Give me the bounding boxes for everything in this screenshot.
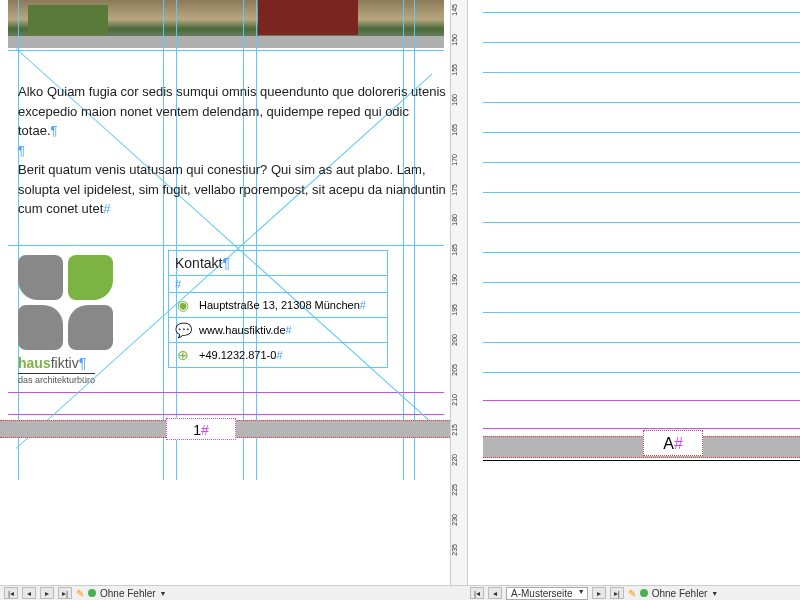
ruler-tick: 225 [451, 484, 467, 496]
last-page-button[interactable]: ▸| [58, 587, 72, 599]
logo-frame[interactable]: hausfiktiv¶ das architekturbüro [18, 255, 153, 385]
logo-tagline: das architekturbüro [18, 373, 95, 385]
chat-icon: 💬 [175, 322, 191, 338]
logo-text-accent: haus [18, 355, 51, 371]
address-text: Hauptstraße 13, 21308 München [199, 299, 360, 311]
prev-page-button[interactable]: ◂ [488, 587, 502, 599]
row-guide[interactable] [483, 372, 800, 373]
row-guide[interactable] [8, 50, 444, 51]
preflight-status[interactable]: Ohne Fehler [100, 588, 156, 599]
ruler-tick: 220 [451, 454, 467, 466]
margin-guide[interactable] [8, 392, 444, 393]
ruler-tick: 170 [451, 154, 467, 166]
last-page-button[interactable]: ▸| [610, 587, 624, 599]
logo-shape [68, 305, 113, 350]
row-guide[interactable] [483, 192, 800, 193]
ruler-tick: 195 [451, 304, 467, 316]
column-guide[interactable] [18, 0, 19, 480]
page-spread-left: Alko Quiam fugia cor sedis sumqui omnis … [8, 0, 444, 480]
pencil-icon: ✎ [76, 588, 84, 599]
column-guide[interactable] [243, 0, 244, 480]
web-text: www.hausfiktiv.de [199, 324, 286, 336]
next-page-button[interactable]: ▸ [40, 587, 54, 599]
logo-shape [18, 305, 63, 350]
ruler-tick: 200 [451, 334, 467, 346]
right-document-panel[interactable]: A# [468, 0, 800, 585]
page-dropdown-label: A-Musterseite [511, 588, 573, 599]
end-mark-icon: # [286, 324, 292, 336]
paragraph-text: Alko Quiam fugia cor sedis sumqui omnis … [18, 84, 446, 138]
chevron-down-icon[interactable]: ▼ [160, 590, 167, 597]
row-guide[interactable] [483, 162, 800, 163]
ruler-tick: 150 [451, 34, 467, 46]
row-guide[interactable] [483, 72, 800, 73]
prev-page-button[interactable]: ◂ [22, 587, 36, 599]
logo-text: fiktiv [51, 355, 79, 371]
end-mark-icon: # [201, 422, 209, 438]
end-mark-icon: # [674, 435, 683, 452]
margin-guide[interactable] [8, 414, 444, 415]
page-number: 1 [193, 422, 201, 438]
phone-text: +49.1232.871-0 [199, 349, 276, 361]
workspace: Alko Quiam fugia cor sedis sumqui omnis … [0, 0, 800, 585]
column-guide[interactable] [163, 0, 164, 480]
row-guide[interactable] [483, 342, 800, 343]
ruler-tick: 230 [451, 514, 467, 526]
ruler-tick: 235 [451, 544, 467, 556]
row-guide[interactable] [483, 282, 800, 283]
ruler-tick: 175 [451, 184, 467, 196]
status-ok-icon [640, 589, 648, 597]
ruler-tick: 210 [451, 394, 467, 406]
body-text-frame[interactable]: Alko Quiam fugia cor sedis sumqui omnis … [18, 82, 448, 219]
status-bar: |◂ ◂ ▸ ▸| ✎ Ohne Fehler ▼ |◂ ◂ A-Musters… [0, 585, 800, 600]
ruler-tick: 155 [451, 64, 467, 76]
row-guide[interactable] [483, 12, 800, 13]
status-ok-icon [88, 589, 96, 597]
page-number-frame[interactable]: 1# [166, 418, 236, 440]
page-marker: A [663, 435, 674, 452]
row-guide[interactable] [483, 312, 800, 313]
contact-row: ⊕ +49.1232.871-0# [169, 343, 387, 367]
empty-cell: # [169, 276, 387, 293]
row-guide[interactable] [483, 102, 800, 103]
pilcrow-icon: ¶ [51, 123, 58, 138]
first-page-button[interactable]: |◂ [470, 587, 484, 599]
page-dropdown[interactable]: A-Musterseite [506, 587, 588, 600]
end-mark-icon: # [360, 299, 366, 311]
column-guide[interactable] [176, 0, 177, 480]
row-guide[interactable] [8, 245, 444, 246]
contact-table[interactable]: Kontakt¶ # ◉ Hauptstraße 13, 21308 Münch… [168, 250, 388, 368]
logo-wordmark: hausfiktiv¶ [18, 355, 86, 371]
pilcrow-icon: ¶ [222, 255, 230, 271]
margin-guide[interactable] [483, 400, 800, 401]
margin-guide[interactable] [483, 428, 800, 429]
page-nav-right: |◂ ◂ A-Musterseite ▸ ▸| ✎ Ohne Fehler ▼ [470, 587, 718, 600]
ruler-tick: 190 [451, 274, 467, 286]
overset-icon: # [103, 201, 110, 216]
next-page-button[interactable]: ▸ [592, 587, 606, 599]
column-guide[interactable] [256, 0, 257, 480]
chevron-down-icon[interactable]: ▼ [711, 590, 718, 597]
row-guide[interactable] [483, 252, 800, 253]
row-guide[interactable] [483, 42, 800, 43]
row-guide[interactable] [483, 222, 800, 223]
pilcrow-icon: ¶ [18, 143, 25, 158]
page-edge [483, 460, 800, 461]
image-detail [258, 0, 358, 35]
column-guide[interactable] [403, 0, 404, 480]
map-pin-icon: ◉ [175, 297, 191, 313]
left-document-panel[interactable]: Alko Quiam fugia cor sedis sumqui omnis … [0, 0, 450, 585]
ruler-tick: 215 [451, 424, 467, 436]
logo-shape [18, 255, 63, 300]
contact-row: 💬 www.hausfiktiv.de# [169, 318, 387, 343]
row-guide[interactable] [483, 132, 800, 133]
hero-image [8, 0, 444, 48]
master-page-marker[interactable]: A# [643, 430, 703, 456]
preflight-status[interactable]: Ohne Fehler [652, 588, 708, 599]
bleed-bar [483, 436, 800, 458]
first-page-button[interactable]: |◂ [4, 587, 18, 599]
ruler-tick: 185 [451, 244, 467, 256]
ruler-tick: 180 [451, 214, 467, 226]
pencil-icon: ✎ [628, 588, 636, 599]
vertical-ruler[interactable]: 145 150 155 160 165 170 175 180 185 190 … [450, 0, 468, 585]
